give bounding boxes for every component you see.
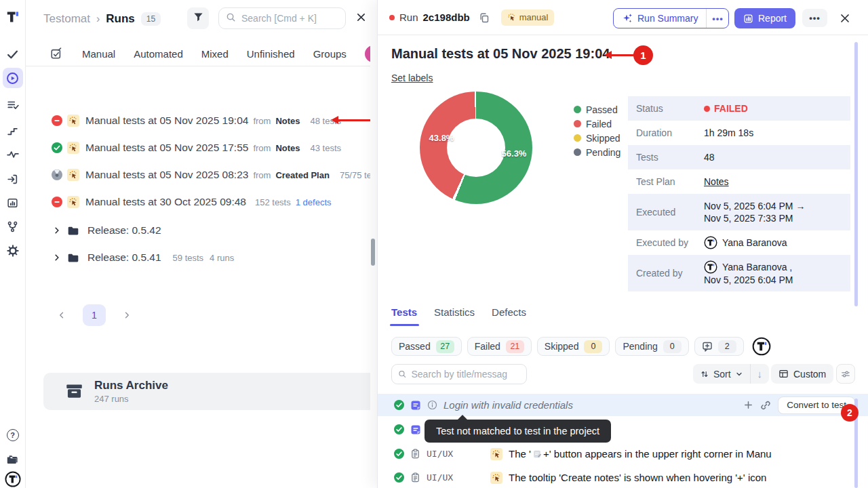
chip-failed[interactable]: Failed 21: [467, 337, 532, 356]
failed-status-icon: [52, 115, 62, 126]
legend-skipped[interactable]: Skipped: [574, 131, 620, 145]
test-title: Login with invalid credentials: [443, 399, 573, 411]
folder-tests-count: 59 tests: [173, 253, 204, 263]
select-runs-icon[interactable]: [49, 46, 64, 61]
rail-icon-checks[interactable]: [5, 46, 21, 62]
workspace-avatar[interactable]: [5, 471, 21, 487]
failed-dot: [389, 15, 395, 20]
folder-row-1[interactable]: Release: 0.5.42: [26, 218, 370, 243]
run-title: Manual tests at 05 Nov 2025 19:04: [85, 115, 248, 127]
runs-archive-bar[interactable]: Runs Archive 247 runs: [43, 373, 370, 410]
tests-search-input[interactable]: [411, 369, 520, 380]
close-drawer-button[interactable]: [838, 12, 852, 25]
skipped-dot: [574, 134, 581, 142]
rail-icon-runs-active[interactable]: [3, 68, 23, 88]
sort-control[interactable]: Sort ↓: [693, 364, 769, 384]
tab-estimate-badge[interactable]: Estim: [365, 45, 370, 62]
tab-automated[interactable]: Automated: [134, 48, 183, 60]
tab-unfinished[interactable]: Unfinished: [247, 48, 295, 60]
tab-mixed[interactable]: Mixed: [201, 48, 229, 60]
chevron-right-icon[interactable]: [53, 253, 61, 262]
run-id: 2c198dbb: [423, 12, 470, 23]
prev-page-button[interactable]: [53, 305, 71, 325]
folder-row-2[interactable]: Release: 0.5.41 59 tests 4 runs: [26, 245, 370, 270]
cursor-click-emoji: [67, 169, 79, 181]
passed-slice-label: 56.3%: [495, 148, 533, 159]
breadcrumb-page[interactable]: Runs: [106, 12, 135, 26]
list-scrollbar-thumb[interactable]: [371, 239, 375, 266]
filter-button[interactable]: [187, 7, 209, 29]
info-row-status: Status FAILED: [628, 96, 850, 121]
detail-scrollbar-thumb[interactable]: [854, 42, 858, 306]
sort-direction-button[interactable]: ↓: [750, 364, 769, 384]
run-row-3[interactable]: Manual tests at 05 Nov 2025 08:23 from C…: [26, 161, 370, 188]
clipboard-icon: [410, 449, 420, 459]
app-logo[interactable]: [5, 9, 21, 25]
detail-tabs: Tests Statistics Defects: [391, 306, 526, 318]
rail-icon-analytics[interactable]: [5, 195, 21, 211]
test-tag: UI/UX: [427, 449, 459, 459]
chip-comments[interactable]: 2: [694, 337, 744, 356]
rail-icon-test-plans[interactable]: [5, 97, 21, 113]
run-row-1[interactable]: Manual tests at 05 Nov 2025 19:04 from N…: [26, 107, 370, 134]
chip-pending[interactable]: Pending 0: [615, 337, 688, 356]
tabs-divider: [26, 66, 370, 66]
tests-search[interactable]: [391, 364, 527, 384]
run-title: Manual tests at 05 Nov 2025 08:23: [85, 169, 248, 181]
chevron-right-icon[interactable]: [53, 226, 61, 235]
cursor-click-emoji: [490, 448, 502, 460]
rail-icon-help[interactable]: ?: [5, 427, 21, 443]
add-icon[interactable]: [743, 400, 753, 410]
rail-icon-branches[interactable]: [5, 218, 21, 235]
cursor-click-emoji: [67, 142, 79, 154]
run-summary-more-button[interactable]: •••: [706, 9, 728, 28]
next-page-button[interactable]: [118, 305, 136, 325]
close-list-button[interactable]: [352, 9, 370, 27]
passed-check-icon: [394, 472, 404, 483]
run-row-4[interactable]: Manual tests at 30 Oct 2025 09:48 152 te…: [26, 188, 370, 216]
copy-run-id-button[interactable]: [476, 9, 492, 26]
runs-search-input[interactable]: [241, 13, 338, 24]
manual-label-badge[interactable]: manual: [501, 9, 555, 26]
tab-tests[interactable]: Tests: [391, 306, 417, 318]
view-settings-button[interactable]: [836, 364, 855, 384]
set-labels-link[interactable]: Set labels: [391, 73, 433, 83]
failed-status-icon: [52, 197, 62, 207]
link-icon[interactable]: [760, 400, 771, 411]
rail-icon-pulse[interactable]: [5, 146, 21, 163]
legend-pending[interactable]: Pending: [574, 145, 620, 159]
rail-icon-settings[interactable]: [5, 243, 21, 259]
assignee-avatar[interactable]: [752, 337, 771, 356]
rail-icon-projects[interactable]: [5, 451, 21, 467]
test-plan-link[interactable]: Notes: [704, 176, 729, 188]
page-1-button[interactable]: 1: [83, 304, 106, 326]
legend-failed[interactable]: Failed: [574, 117, 620, 131]
chip-passed[interactable]: Passed 27: [391, 337, 462, 356]
drawer-more-button[interactable]: •••: [802, 9, 827, 27]
chip-skipped[interactable]: Skipped 0: [537, 337, 610, 356]
custom-columns-button[interactable]: Custom: [771, 364, 833, 384]
tab-groups[interactable]: Groups: [313, 48, 347, 60]
legend-passed[interactable]: Passed: [574, 102, 620, 117]
breadcrumb-app[interactable]: Testomat: [43, 12, 90, 26]
rail-icon-steps[interactable]: [5, 122, 21, 138]
info-row-tests: Tests 48: [628, 145, 850, 169]
report-button[interactable]: Report: [734, 8, 795, 28]
test-title: The tooltip 'Create notes' is shown when…: [509, 472, 766, 483]
run-row-2[interactable]: Manual tests at 05 Nov 2025 17:55 from N…: [26, 134, 370, 161]
runs-search[interactable]: [218, 7, 346, 29]
run-summary-button[interactable]: Run Summary: [614, 13, 706, 24]
tab-statistics[interactable]: Statistics: [434, 306, 475, 318]
defects-link[interactable]: 1 defects: [296, 197, 332, 207]
tab-manual[interactable]: Manual: [82, 48, 115, 60]
test-title-pre: The ': [509, 448, 531, 460]
test-row-3[interactable]: UI/UX The ' +' button appears in the upp…: [378, 443, 868, 465]
tab-defects[interactable]: Defects: [492, 306, 526, 318]
rail-icon-import[interactable]: [5, 171, 21, 187]
table-grid-icon: [778, 369, 789, 379]
test-row-1[interactable]: Login with invalid credentials Convert t…: [378, 394, 868, 416]
test-row-4[interactable]: UI/UX The tooltip 'Create notes' is show…: [378, 466, 868, 488]
run-title-heading: Manual tests at 05 Nov 2025 19:04: [391, 46, 610, 62]
run-from-value: Created Plan: [275, 170, 329, 180]
sort-button[interactable]: Sort: [693, 369, 750, 380]
